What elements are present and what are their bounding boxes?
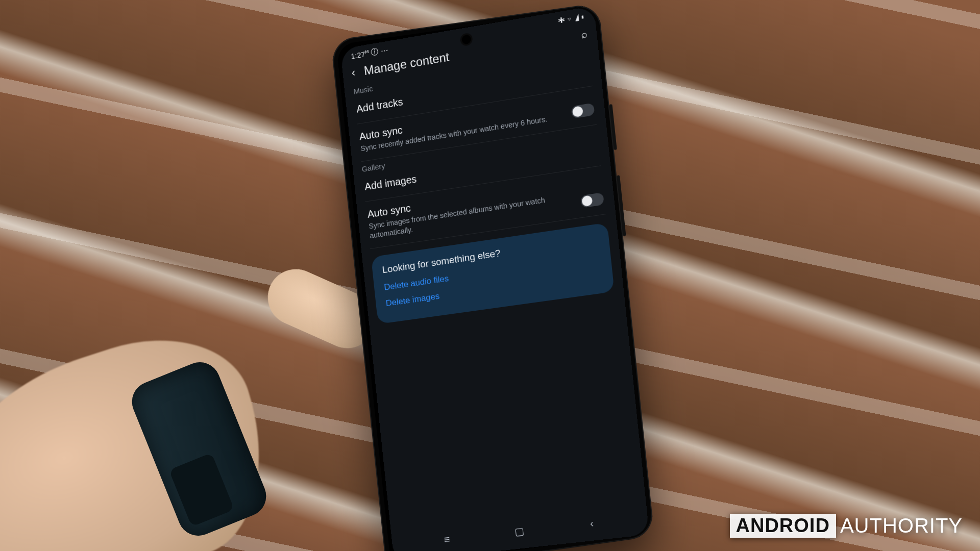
back-nav-icon[interactable]: ‹	[590, 517, 594, 530]
toggle-gallery-autosync[interactable]	[580, 192, 604, 208]
home-icon[interactable]: ▢	[514, 524, 525, 538]
settings-list[interactable]: Music Add tracks Auto sync Sync recently…	[344, 43, 646, 531]
photo-background: 1:27 ᴹ ⓘ ⋯ ✱ ᯤ ◢ ▮ ‹ Manage content ⌕ Mu…	[0, 0, 980, 551]
watermark-boxed: ANDROID	[730, 514, 836, 538]
toggle-music-autosync[interactable]	[571, 103, 595, 118]
search-icon[interactable]: ⌕	[580, 28, 588, 40]
phone-screen: 1:27 ᴹ ⓘ ⋯ ✱ ᯤ ◢ ▮ ‹ Manage content ⌕ Mu…	[340, 6, 650, 551]
watermark: ANDROID AUTHORITY	[730, 514, 963, 538]
watermark-text: AUTHORITY	[840, 514, 963, 537]
recents-icon[interactable]: ≡	[444, 533, 451, 545]
back-icon[interactable]: ‹	[351, 66, 356, 80]
smartphone-device: 1:27 ᴹ ⓘ ⋯ ✱ ᯤ ◢ ▮ ‹ Manage content ⌕ Mu…	[331, 3, 655, 551]
status-left-icons: ᴹ ⓘ ⋯	[364, 45, 388, 59]
status-time: 1:27	[351, 49, 366, 60]
